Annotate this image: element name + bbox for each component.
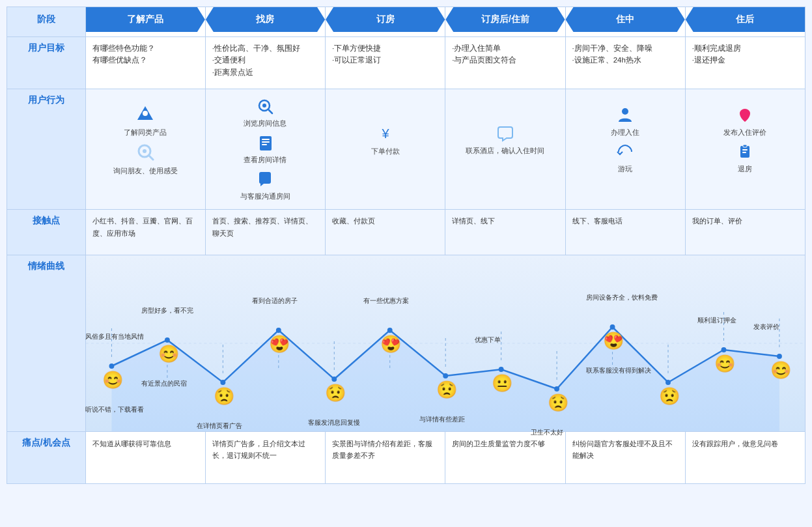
pain-s5: 纠纷问题官方客服处理不及且不能解决 [565,432,685,484]
svg-rect-9 [262,139,270,140]
behavior-icon-s2-3 [240,170,290,190]
svg-line-7 [268,109,272,113]
touchpoint-label: 接触点 [7,210,86,255]
emotion-label-bottom-6: 与详情有些差距 [419,415,465,424]
behavior-item-s1-2: 询问朋友、使用感受 [113,143,178,176]
behavior-s2: 浏览房间信息 查看房间详情 [205,89,325,210]
journey-map-table: 阶段 了解产品 找房 订房 [7,7,805,484]
pain-label: 痛点/机会点 [7,432,86,484]
emotion-emoji-3: 😍 [269,335,290,352]
emotion-emoji-9: 😍 [603,332,624,349]
svg-rect-11 [262,144,267,145]
emotion-label-bottom-1: 有近景点的民宿 [141,379,187,388]
stage-s2: 找房 [205,7,325,37]
behavior-icon-s1-1 [124,104,167,126]
touchpoint-row: 接触点 小红书、抖音、豆瓣、官网、百度、应用市场 首页、搜索、推荐页、详情页、聊… [7,210,805,255]
behavior-item-s6-2: 退房 [736,143,754,174]
behavior-item-s1-1: 了解同类产品 [124,104,167,137]
emotion-label-top-5: 有一些优惠方案 [363,296,409,306]
emotion-label-bottom-9: 联系客服没有得到解决 [586,366,651,375]
behavior-item-s2-2: 查看房间详情 [244,134,287,165]
emotion-row: 情绪曲线 😊风俗多且有当地风 [7,255,805,432]
touchpoint-s2: 首页、搜索、推荐页、详情页、聊天页 [205,210,325,255]
user-goal-s4: ·办理入住简单 ·与产品页图文符合 [445,37,565,89]
svg-rect-15 [743,145,747,147]
svg-rect-8 [260,136,272,150]
emotion-emoji-7: 😐 [492,375,512,392]
behavior-icon-s1-2 [113,143,178,165]
emotion-emoji-8: 😟 [548,394,568,411]
emotion-emoji-1: 😊 [158,345,179,362]
behavior-icon-s3-1: ¥ [371,124,400,145]
behavior-item-s2-3: 与客服沟通房间 [240,170,290,201]
user-goal-row: 用户目标 有哪些特色功能？ 有哪些优缺点？ ·性价比高、干净、氛围好 ·交通便利… [7,37,805,89]
behavior-icon-s6-2 [736,143,754,163]
emotion-label-top-3: 看到合适的房子 [252,296,298,306]
behavior-s1: 了解同类产品 询问朋友、使用感受 [85,89,205,210]
pain-s4: 房间的卫生质量监管力度不够 [445,432,565,484]
emotion-label-top-9: 房间设备齐全，饮料免费 [586,293,658,302]
emotion-label-top-12: 发表评价 [753,322,779,332]
svg-rect-17 [742,152,746,153]
svg-point-3 [143,149,147,153]
stage-s3: 订房 [326,7,445,37]
behavior-icon-s5-2 [616,143,634,163]
behavior-s4: 联系酒店，确认入住时间 [445,89,565,210]
touchpoint-s3: 收藏、付款页 [326,210,445,255]
emotion-label-top-7: 优惠下单 [475,335,501,345]
emotion-label-bottom-4: 客服发消息回复慢 [308,418,360,427]
behavior-item-s4-1: 联系酒店，确认入住时间 [466,124,544,156]
svg-point-13 [622,108,628,115]
svg-rect-10 [262,141,270,143]
emotion-emoji-12: 😊 [770,362,791,378]
stage-s4: 订房后/住前 [445,7,565,37]
stage-col-label: 阶段 [7,7,86,37]
stage-s1: 了解产品 [85,7,205,37]
user-behavior-row: 用户行为 了解同类产品 [7,89,805,210]
touchpoint-s6: 我的订单、评价 [685,210,805,255]
pain-s2: 详情页广告多，且介绍文本过长，退订规则不统一 [205,432,325,484]
emotion-label-top-1: 房型好多，看不完 [141,306,193,315]
emotion-emoji-10: 😟 [659,388,680,405]
stage-header-row: 阶段 了解产品 找房 订房 [7,7,805,37]
emotion-label-top-11: 顺利退订押金 [697,316,736,325]
pain-s1: 不知道从哪获得可靠信息 [85,432,205,484]
behavior-item-s2-1: 浏览房间信息 [244,97,287,128]
behavior-s5: 办理入住 游玩 [565,89,685,210]
main-container: 阶段 了解产品 找房 订房 [0,0,812,491]
user-goal-s5: ·房间干净、安全、降噪 ·设施正常、24h热水 [565,37,685,89]
emotion-emoji-2: 😟 [214,388,234,405]
svg-rect-16 [742,149,748,150]
emotion-emoji-11: 😊 [714,355,735,372]
svg-text:¥: ¥ [381,126,389,141]
pain-row: 痛点/机会点 不知道从哪获得可靠信息 详情页广告多，且介绍文本过长，退订规则不统… [7,432,805,484]
svg-line-4 [149,156,153,160]
emotion-emoji-4: 😟 [325,384,346,401]
pain-s6: 没有跟踪用户，做意见问卷 [685,432,805,484]
behavior-s3: ¥ 下单付款 [326,89,445,210]
touchpoint-s5: 线下、客服电话 [565,210,685,255]
behavior-item-s3-1: ¥ 下单付款 [371,124,400,156]
behavior-item-s6-1: 发布入住评价 [723,106,766,137]
emotion-emoji-6: 😟 [436,381,457,398]
svg-point-1 [143,111,148,116]
emotion-label-bottom-0: 听说不错，下载看看 [85,405,144,414]
emotion-label-bottom-2: 在详情页看广告 [197,421,242,431]
svg-point-6 [262,104,266,107]
user-goal-label: 用户目标 [7,37,86,89]
behavior-icon-s5-1 [611,106,639,126]
emotion-emoji-5: 😍 [380,335,401,352]
stage-s5: 住中 [565,7,685,37]
behavior-icon-s6-1 [723,106,766,126]
user-behavior-label: 用户行为 [7,89,86,210]
user-goal-s2: ·性价比高、干净、氛围好 ·交通便利 ·距离景点近 [205,37,325,89]
behavior-item-s5-2: 游玩 [616,143,634,174]
emotion-emoji-0: 😊 [102,371,123,388]
behavior-s6: 发布入住评价 退房 [685,89,805,210]
emotion-chart-cell: 😊风俗多且有当地风情听说不错，下载看看😊房型好多，看不完有近景点的民宿😟在详情页… [85,255,805,432]
touchpoint-s4: 详情页、线下 [445,210,565,255]
emotion-label-top-0: 风俗多且有当地风情 [85,332,144,341]
user-goal-s3: ·下单方便快捷 ·可以正常退订 [326,37,445,89]
behavior-icon-s4-1 [466,124,544,145]
behavior-icon-s2-1 [244,97,287,117]
